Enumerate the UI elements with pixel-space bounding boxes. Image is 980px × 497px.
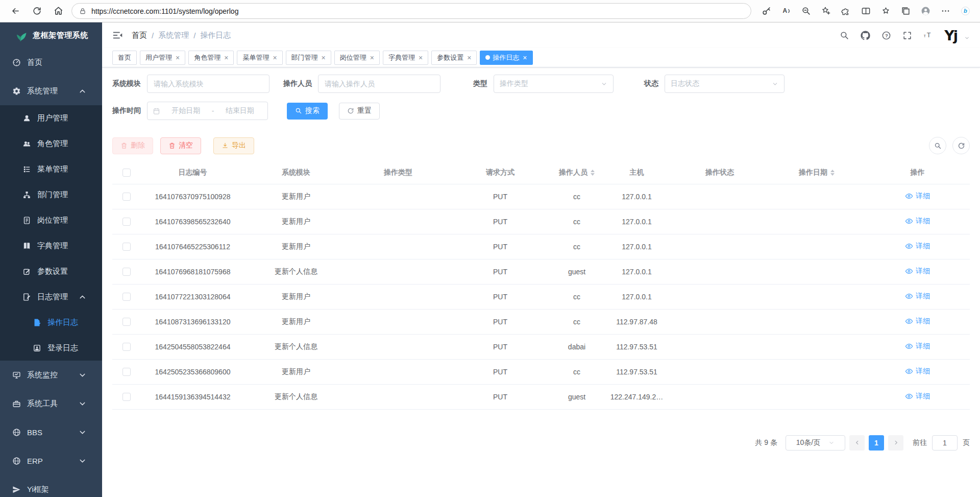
select-all-checkbox[interactable]: [122, 169, 131, 177]
sidebar-item-bbs[interactable]: BBS: [0, 418, 102, 446]
end-date-placeholder[interactable]: 结束日期: [217, 106, 262, 115]
search-button[interactable]: 搜索: [287, 103, 328, 120]
sidebar-item-menu-mgmt[interactable]: 菜单管理: [0, 156, 102, 182]
zoom-out-button[interactable]: [797, 3, 815, 20]
detail-link[interactable]: 详细: [905, 192, 930, 201]
row-checkbox[interactable]: [122, 268, 131, 276]
sidebar-item-system-tools[interactable]: 系统工具: [0, 389, 102, 418]
detail-link[interactable]: 详细: [905, 367, 930, 376]
prev-page-button[interactable]: [849, 435, 865, 451]
column-header[interactable]: 操作人员: [551, 161, 602, 184]
reset-button[interactable]: 重置: [339, 103, 380, 120]
tab-dict-mgmt[interactable]: 字典管理×: [383, 51, 428, 65]
goto-page-input[interactable]: [932, 435, 958, 451]
next-page-button[interactable]: [888, 435, 903, 451]
user-logo[interactable]: Yj: [944, 28, 957, 43]
start-date-placeholder[interactable]: 开始日期: [163, 106, 209, 115]
page-number-current[interactable]: 1: [869, 435, 884, 451]
sidebar-item-system-monitor[interactable]: 系统监控: [0, 361, 102, 389]
tab-close-icon[interactable]: ×: [467, 54, 471, 61]
type-select[interactable]: 操作类型: [494, 75, 614, 93]
back-button[interactable]: [6, 3, 24, 20]
github-icon[interactable]: [861, 31, 870, 40]
extensions-button[interactable]: [837, 3, 854, 20]
sidebar-item-home[interactable]: 首页: [0, 48, 102, 77]
row-checkbox[interactable]: [122, 318, 131, 326]
page-size-select[interactable]: 10条/页: [786, 435, 845, 451]
fullscreen-icon[interactable]: [902, 31, 912, 40]
breadcrumb-system[interactable]: 系统管理: [158, 31, 189, 40]
favorite-add-button[interactable]: [817, 3, 835, 20]
tab-close-icon[interactable]: ×: [273, 54, 277, 61]
tab-dept-mgmt[interactable]: 部门管理×: [286, 51, 331, 65]
tab-param-settings[interactable]: 参数设置×: [431, 51, 477, 65]
sidebar-item-role-mgmt[interactable]: 角色管理: [0, 131, 102, 156]
read-aloud-button[interactable]: A: [777, 3, 795, 20]
row-checkbox[interactable]: [122, 243, 131, 251]
sidebar-item-user-mgmt[interactable]: 用户管理: [0, 105, 102, 131]
font-size-icon[interactable]: тT: [923, 31, 933, 40]
detail-link[interactable]: 详细: [905, 392, 930, 401]
module-input[interactable]: [147, 75, 270, 93]
tab-close-icon[interactable]: ×: [322, 54, 326, 61]
tab-post-mgmt[interactable]: 岗位管理×: [334, 51, 380, 65]
sidebar-item-erp[interactable]: ERP: [0, 446, 102, 475]
delete-button[interactable]: 删除: [112, 137, 153, 154]
split-screen-button[interactable]: [857, 3, 874, 20]
collections-button[interactable]: [897, 3, 914, 20]
tab-user-mgmt[interactable]: 用户管理×: [140, 51, 185, 65]
row-checkbox[interactable]: [122, 343, 131, 351]
tab-oper-log[interactable]: 操作日志×: [480, 51, 532, 65]
help-icon[interactable]: ?: [881, 31, 891, 40]
clear-button[interactable]: 清空: [160, 137, 201, 154]
url-bar[interactable]: https://ccnetcore.com:1101/system/log/op…: [71, 3, 751, 19]
detail-link[interactable]: 详细: [905, 292, 930, 301]
column-header[interactable]: 操作日期: [768, 161, 865, 184]
detail-link[interactable]: 详细: [905, 267, 930, 276]
detail-link[interactable]: 详细: [905, 317, 930, 326]
row-checkbox[interactable]: [122, 293, 131, 301]
tab-close-icon[interactable]: ×: [419, 54, 423, 61]
tab-role-mgmt[interactable]: 角色管理×: [188, 51, 234, 65]
home-button[interactable]: [49, 3, 67, 20]
refresh-button[interactable]: [28, 3, 46, 20]
detail-link[interactable]: 详细: [905, 342, 930, 351]
profile-button[interactable]: [917, 3, 934, 20]
sidebar-item-oper-log[interactable]: 操作日志: [0, 310, 102, 335]
date-range-picker[interactable]: 开始日期 - 结束日期: [147, 102, 268, 120]
tab-close-icon[interactable]: ×: [523, 54, 527, 61]
table-refresh-button[interactable]: [952, 137, 970, 154]
favorites-bar-button[interactable]: [877, 3, 894, 20]
sort-carets-icon[interactable]: [830, 170, 835, 176]
breadcrumb-home[interactable]: 首页: [132, 31, 147, 40]
sidebar-item-system-mgmt[interactable]: 系统管理: [0, 77, 102, 105]
tab-close-icon[interactable]: ×: [370, 54, 374, 61]
sort-carets-icon[interactable]: [591, 170, 595, 176]
row-checkbox[interactable]: [122, 393, 131, 401]
row-checkbox[interactable]: [122, 193, 131, 201]
detail-link[interactable]: 详细: [905, 217, 930, 226]
copilot-button[interactable]: b: [957, 3, 974, 20]
detail-link[interactable]: 详细: [905, 242, 930, 251]
export-button[interactable]: 导出: [213, 137, 254, 154]
status-select[interactable]: 日志状态: [665, 75, 785, 93]
tab-close-icon[interactable]: ×: [176, 54, 180, 61]
sidebar-item-post-mgmt[interactable]: 岗位管理: [0, 207, 102, 233]
sidebar-item-login-log[interactable]: 登录日志: [0, 335, 102, 361]
sidebar-item-param-settings[interactable]: 参数设置: [0, 258, 102, 284]
search-icon[interactable]: [840, 31, 849, 40]
row-checkbox[interactable]: [122, 368, 131, 376]
sidebar-item-dept-mgmt[interactable]: 部门管理: [0, 182, 102, 207]
sidebar-item-log-mgmt[interactable]: 日志管理: [0, 284, 102, 310]
row-checkbox[interactable]: [122, 218, 131, 226]
sidebar-item-dict-mgmt[interactable]: 字典管理: [0, 233, 102, 258]
menu-fold-icon[interactable]: [112, 30, 124, 41]
chevron-down-icon[interactable]: [964, 35, 970, 41]
sidebar-item-yi-framework[interactable]: Yi框架: [0, 475, 102, 497]
more-button[interactable]: [937, 3, 954, 20]
table-search-button[interactable]: [929, 137, 946, 154]
key-button[interactable]: [757, 3, 775, 20]
tab-close-icon[interactable]: ×: [224, 54, 228, 61]
operator-input[interactable]: [318, 75, 440, 93]
tab-home[interactable]: 首页: [112, 51, 137, 65]
